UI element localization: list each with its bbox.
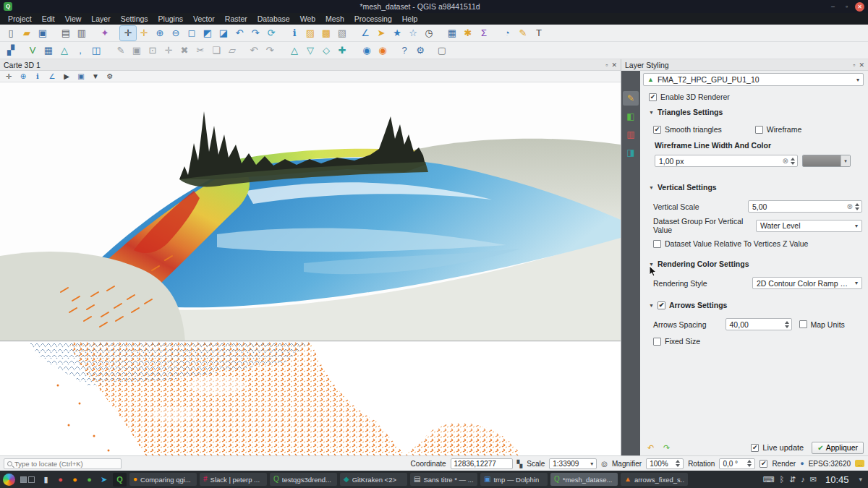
triangles-section-header[interactable]: ▼ Triangles Settings xyxy=(649,108,862,116)
add-delimited-text-icon[interactable]: , xyxy=(72,43,88,58)
zoom-out-icon[interactable]: ⊖ xyxy=(168,26,184,40)
menu-processing[interactable]: Processing xyxy=(349,13,397,25)
wireframe-width-spinbox[interactable]: 1,00 px ⊗ xyxy=(655,155,798,167)
float-panel-icon[interactable]: ▫ xyxy=(605,61,608,69)
panels-icon[interactable]: ▢ xyxy=(434,43,450,58)
files-quicklaunch-icon[interactable]: ▮ xyxy=(40,474,52,486)
add-raster-layer-icon[interactable]: ▦ xyxy=(41,43,56,58)
crs-status[interactable]: EPSG:32620 xyxy=(809,460,851,468)
dataset-group-combo[interactable]: Water Level ▾ xyxy=(756,220,862,232)
smooth-triangles-checkbox[interactable]: ✔ xyxy=(653,126,661,134)
2d-map-canvas[interactable] xyxy=(0,342,621,455)
firefox-quicklaunch-icon[interactable]: ● xyxy=(69,474,81,486)
task-dolphin[interactable]: ▣ tmp — Dolphin xyxy=(480,473,548,486)
menu-project[interactable]: Project xyxy=(3,13,37,25)
delete-selected-icon[interactable]: ✖ xyxy=(176,43,192,58)
close-button[interactable]: ✕ xyxy=(855,2,864,12)
toggle-editing-icon[interactable]: ✎ xyxy=(113,43,129,58)
zoom-next-icon[interactable]: ↷ xyxy=(247,26,263,40)
magnifier-spinbox[interactable]: 100% xyxy=(646,458,684,469)
open-project-icon[interactable]: ▰ xyxy=(19,26,35,40)
select-by-expression-icon[interactable]: ▩ xyxy=(318,26,334,40)
new-bookmark-icon[interactable]: ★ xyxy=(389,26,405,40)
task-qgis-test[interactable]: Q testqgs3drend... xyxy=(270,473,337,486)
rendering-style-combo[interactable]: 2D Contour Color Ramp Shader ▾ xyxy=(752,277,862,289)
wireframe-checkbox[interactable] xyxy=(755,126,763,134)
menu-plugins[interactable]: Plugins xyxy=(153,13,188,25)
deselect-features-icon[interactable]: ▧ xyxy=(334,26,350,40)
app-launcher-icon[interactable] xyxy=(3,474,15,486)
add-postgis-icon[interactable]: ◫ xyxy=(88,43,104,58)
taskbar-clock[interactable]: 10:45 xyxy=(825,474,849,485)
processing-toolbox-icon[interactable]: ⚙ xyxy=(412,43,428,58)
spin-arrows[interactable] xyxy=(791,158,795,165)
map-units-checkbox[interactable] xyxy=(799,320,807,328)
paste-features-icon[interactable]: ▱ xyxy=(224,43,240,58)
locator-input[interactable] xyxy=(14,460,118,468)
minimize-button[interactable]: – xyxy=(827,1,838,12)
tab-metadata[interactable]: ◨ xyxy=(623,145,639,160)
cut-features-icon[interactable]: ✂ xyxy=(192,43,208,58)
menu-database[interactable]: Database xyxy=(252,13,295,25)
close-panel-icon[interactable]: ✕ xyxy=(859,61,864,69)
keyboard-layout-icon[interactable]: ⌨ xyxy=(762,475,774,484)
help-contents-icon[interactable]: ? xyxy=(396,43,412,58)
task-arrows[interactable]: ▲ arrows_fixed_s... xyxy=(621,473,688,486)
statistics-icon[interactable]: Σ xyxy=(476,26,492,40)
move-feature-icon[interactable]: ✛ xyxy=(161,43,176,58)
float-panel-icon[interactable]: ▫ xyxy=(853,61,855,69)
copy-features-icon[interactable]: ❏ xyxy=(208,43,224,58)
tab-3d-view[interactable]: ◧ xyxy=(623,109,639,124)
task-qgis-mesh[interactable]: Q *mesh_datase... xyxy=(550,473,618,486)
menu-vector[interactable]: Vector xyxy=(188,13,220,25)
layout-manager-icon[interactable]: ▥ xyxy=(74,26,90,40)
attribute-table-icon[interactable]: ▦ xyxy=(444,26,460,40)
arrows-section-header[interactable]: ▼ ✔ Arrows Settings xyxy=(649,301,862,309)
pan-to-selection-icon[interactable]: ✛ xyxy=(136,26,152,40)
sun-position-icon[interactable]: ◉ xyxy=(375,43,391,58)
export-3d-icon[interactable]: ▼ xyxy=(89,72,102,82)
menu-layer[interactable]: Layer xyxy=(86,13,115,25)
mesh-digitize-icon[interactable]: △ xyxy=(286,43,302,58)
magnifier-lock-icon[interactable]: ◎ xyxy=(601,460,608,468)
live-update-checkbox[interactable]: ✔ xyxy=(751,444,759,452)
coordinate-input[interactable]: 12836,12277 xyxy=(451,458,513,469)
telegram-quicklaunch-icon[interactable]: ➤ xyxy=(98,474,110,486)
vertical-scale-spinbox[interactable]: 5,00 ⊗ xyxy=(748,200,862,213)
map-tips-icon[interactable]: ➤ xyxy=(373,26,389,40)
arrows-enabled-checkbox[interactable]: ✔ xyxy=(658,301,665,309)
extent-toggle-icon[interactable]: ▚ xyxy=(517,460,523,468)
tab-histogram[interactable]: ▥ xyxy=(623,127,639,142)
identify-3d-icon[interactable]: ℹ xyxy=(31,72,44,82)
close-panel-icon[interactable]: ✕ xyxy=(611,61,617,69)
zoom-to-layer-icon[interactable]: ◪ xyxy=(216,26,231,40)
locator-search[interactable] xyxy=(4,458,122,469)
zoom-full-icon[interactable]: ◻ xyxy=(184,26,200,40)
menu-edit[interactable]: Edit xyxy=(37,13,60,25)
spin-arrows[interactable] xyxy=(676,460,680,467)
tab-symbology[interactable]: ✎ xyxy=(623,91,639,106)
notifications-icon[interactable]: ✉ xyxy=(810,475,817,484)
undo-style-button[interactable]: ↶ xyxy=(644,442,657,453)
camera-control-icon[interactable]: ✛ xyxy=(2,72,15,82)
vertical-section-header[interactable]: ▼ Vertical Settings xyxy=(649,183,862,192)
messages-icon[interactable]: … xyxy=(855,460,864,467)
qgis-tile-icon[interactable]: Q xyxy=(113,473,127,487)
annotation-icon[interactable]: ✎ xyxy=(515,26,531,40)
volume-icon[interactable]: ♪ xyxy=(801,475,805,484)
task-firefox[interactable]: ● Comparing qgi... xyxy=(129,473,197,486)
mesh-add-vertex-icon[interactable]: ✚ xyxy=(334,43,350,58)
select-features-icon[interactable]: ▨ xyxy=(302,26,318,40)
spin-arrows[interactable] xyxy=(747,460,752,467)
spin-arrows[interactable] xyxy=(855,203,859,210)
menu-view[interactable]: View xyxy=(60,13,87,25)
zoom-last-icon[interactable]: ↶ xyxy=(231,26,247,40)
tray-expand-icon[interactable]: ▾ xyxy=(859,476,862,483)
menu-mesh[interactable]: Mesh xyxy=(320,13,349,25)
rotation-spinbox[interactable]: 0,0 ° xyxy=(719,458,755,469)
wireframe-color-button[interactable]: ▾ xyxy=(802,155,851,167)
task-text-editor[interactable]: ▤ Sans titre * — ... xyxy=(410,473,477,486)
rendering-section-header[interactable]: ▼ Rendering Color Settings xyxy=(649,260,862,268)
media-quicklaunch-icon[interactable]: ● xyxy=(54,474,67,486)
bluetooth-icon[interactable]: ᛒ xyxy=(779,475,784,484)
